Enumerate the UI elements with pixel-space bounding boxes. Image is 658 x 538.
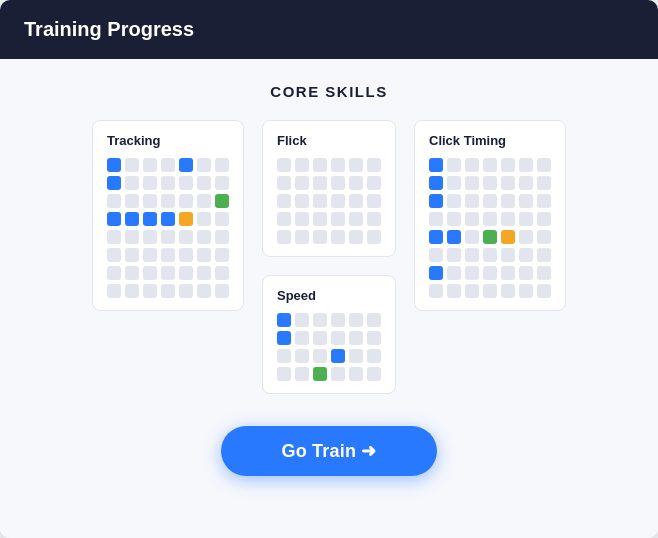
dot-cell (367, 194, 381, 208)
dot-cell (215, 266, 229, 280)
dot-cell (277, 313, 291, 327)
skill-title-tracking: Tracking (107, 133, 229, 148)
dot-cell (519, 230, 533, 244)
dot-cell (143, 248, 157, 262)
dot-cell (197, 158, 211, 172)
dot-cell (161, 194, 175, 208)
dot-cell (501, 230, 515, 244)
dot-cell (197, 248, 211, 262)
dot-cell (465, 212, 479, 226)
dot-cell (197, 176, 211, 190)
dot-cell (331, 331, 345, 345)
dot-cell (161, 212, 175, 226)
dot-cell (215, 176, 229, 190)
dot-cell (331, 176, 345, 190)
dot-cell (537, 266, 551, 280)
dot-cell (295, 158, 309, 172)
dot-cell (465, 248, 479, 262)
dot-cell (331, 313, 345, 327)
dot-cell (295, 194, 309, 208)
dot-cell (277, 331, 291, 345)
dot-cell (367, 212, 381, 226)
dot-cell (519, 266, 533, 280)
dot-cell (215, 212, 229, 226)
dot-cell (447, 266, 461, 280)
dot-cell (447, 212, 461, 226)
skills-grid: TrackingFlickSpeedClick Timing (92, 120, 566, 394)
skill-card-click-timing: Click Timing (414, 120, 566, 311)
section-title: CORE SKILLS (270, 83, 387, 100)
app-window: Training Progress CORE SKILLS TrackingFl… (0, 0, 658, 538)
dot-cell (465, 230, 479, 244)
dot-cell (125, 212, 139, 226)
dot-cell (295, 230, 309, 244)
dot-cell (501, 176, 515, 190)
go-train-button[interactable]: Go Train ➜ (221, 426, 436, 476)
dot-cell (465, 284, 479, 298)
dot-cell (107, 158, 121, 172)
dot-cell (519, 248, 533, 262)
dot-cell (429, 158, 443, 172)
dot-cell (215, 194, 229, 208)
dot-cell (519, 212, 533, 226)
dot-cell (331, 349, 345, 363)
dot-cell (179, 230, 193, 244)
dot-cell (429, 176, 443, 190)
dot-cell (349, 313, 363, 327)
dot-cell (447, 284, 461, 298)
right-column: Click Timing (414, 120, 566, 311)
dot-cell (537, 212, 551, 226)
dot-cell (537, 284, 551, 298)
dot-cell (179, 248, 193, 262)
dot-cell (519, 158, 533, 172)
dot-cell (313, 176, 327, 190)
dot-cell (501, 194, 515, 208)
dot-cell (331, 194, 345, 208)
dot-cell (501, 284, 515, 298)
dot-cell (367, 313, 381, 327)
dot-cell (161, 248, 175, 262)
dot-cell (143, 194, 157, 208)
dot-cell (179, 266, 193, 280)
dot-cell (367, 349, 381, 363)
dot-cell (537, 230, 551, 244)
dot-cell (429, 248, 443, 262)
dot-grid-speed (277, 313, 381, 381)
dot-cell (295, 331, 309, 345)
dot-cell (331, 367, 345, 381)
dot-cell (277, 212, 291, 226)
dot-cell (313, 349, 327, 363)
dot-cell (313, 313, 327, 327)
dot-cell (349, 331, 363, 345)
dot-cell (197, 194, 211, 208)
dot-grid-flick (277, 158, 381, 244)
dot-cell (465, 266, 479, 280)
dot-cell (331, 230, 345, 244)
dot-cell (215, 248, 229, 262)
dot-cell (277, 230, 291, 244)
dot-cell (125, 230, 139, 244)
dot-cell (349, 158, 363, 172)
dot-cell (107, 212, 121, 226)
dot-cell (161, 230, 175, 244)
dot-cell (277, 367, 291, 381)
dot-cell (313, 367, 327, 381)
dot-cell (215, 158, 229, 172)
dot-cell (295, 367, 309, 381)
skill-card-tracking: Tracking (92, 120, 244, 311)
dot-cell (349, 212, 363, 226)
dot-cell (537, 176, 551, 190)
dot-cell (313, 331, 327, 345)
dot-cell (107, 230, 121, 244)
dot-cell (277, 176, 291, 190)
dot-cell (349, 194, 363, 208)
dot-cell (483, 194, 497, 208)
dot-cell (519, 284, 533, 298)
dot-cell (179, 194, 193, 208)
main-content: CORE SKILLS TrackingFlickSpeedClick Timi… (0, 59, 658, 538)
dot-cell (447, 158, 461, 172)
dot-cell (143, 230, 157, 244)
dot-cell (349, 349, 363, 363)
dot-cell (537, 194, 551, 208)
dot-cell (501, 158, 515, 172)
